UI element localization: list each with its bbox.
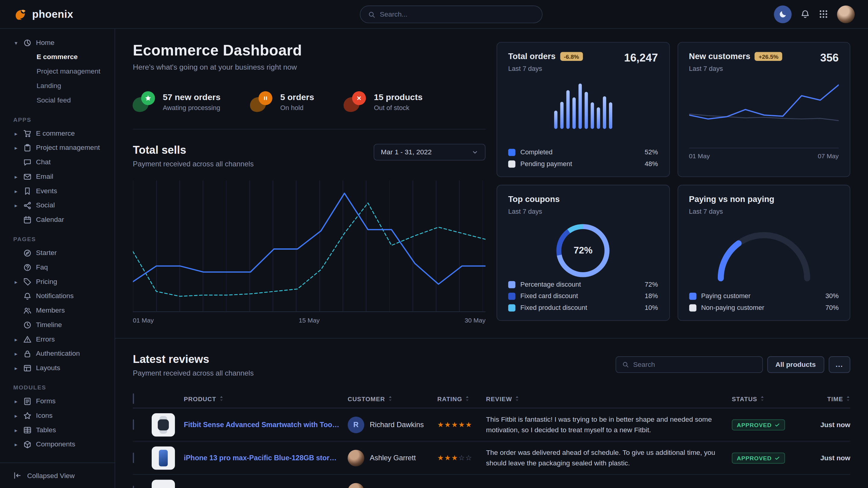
legend-marker	[508, 281, 516, 288]
column-header-time[interactable]: TIME	[805, 395, 850, 402]
sidebar-item-email[interactable]: ▸ Email	[13, 169, 115, 184]
collapsed-view-toggle[interactable]: Collapsed View	[0, 462, 115, 488]
stat-out-of-stock: 15 products Out of stock	[344, 91, 423, 112]
sidebar-item-forms[interactable]: ▸ Forms	[13, 394, 115, 409]
sidebar-item-notifications[interactable]: ▸ Notifications	[13, 289, 115, 303]
sidebar-item-tables[interactable]: ▸ Tables	[13, 423, 115, 437]
sidebar-item-calendar[interactable]: ▸ Calendar	[13, 213, 115, 227]
row-checkbox[interactable]	[133, 452, 134, 463]
legend-row: Percentage discount 72%	[508, 281, 658, 289]
customer-avatar[interactable]	[348, 483, 364, 488]
global-search[interactable]	[360, 5, 542, 23]
column-header-customer[interactable]: CUSTOMER	[348, 395, 437, 402]
x-tick: 15 May	[299, 317, 320, 324]
x-icon	[352, 91, 366, 105]
share-icon	[23, 201, 32, 209]
stat-new-orders: 57 new orders Awating processing	[133, 91, 220, 112]
sidebar-item-chat[interactable]: ▸ Chat	[13, 155, 115, 169]
reviews-search-input[interactable]	[633, 361, 756, 369]
search-icon	[622, 361, 628, 368]
more-options-button[interactable]: ...	[829, 356, 850, 373]
legend-value: 70%	[826, 304, 839, 312]
product-thumbnail[interactable]	[152, 479, 175, 488]
date-range-select[interactable]: Mar 1 - 31, 2022	[374, 144, 486, 160]
top-coupons-donut-chart: 72%	[556, 224, 610, 277]
apps-menu-button[interactable]	[819, 9, 828, 19]
table-header-row: PRODUCT CUSTOMER RATING REVIEW STATUS	[133, 389, 850, 408]
sidebar-item-label: Pricing	[36, 278, 57, 286]
box-icon	[23, 440, 32, 449]
sidebar-item-social-feed[interactable]: Social feed	[36, 93, 115, 107]
sidebar-item-layouts[interactable]: ▸ Layouts	[13, 361, 115, 375]
sidebar-item-faq[interactable]: ▸ Faq	[13, 260, 115, 274]
pie-chart-icon	[23, 39, 32, 47]
sidebar-item-authentication[interactable]: ▸ Authentication	[13, 346, 115, 361]
row-checkbox[interactable]	[133, 486, 134, 488]
sidebar-item-components[interactable]: ▸ Components	[13, 437, 115, 452]
x-tick: 01 May	[689, 153, 710, 159]
customer-avatar[interactable]: R	[348, 416, 364, 433]
sidebar-item-social[interactable]: ▸ Social	[13, 198, 115, 213]
product-link[interactable]: iPhone 13 pro max-Pacific Blue-128GB sto…	[184, 454, 347, 462]
caret-right-icon: ▸	[13, 279, 19, 285]
sidebar-item-apps-project-management[interactable]: ▸ Project management	[13, 140, 115, 155]
column-header-status[interactable]: STATUS	[732, 395, 805, 402]
product-link[interactable]: Fitbit Sense Advanced Smartwatch with To…	[184, 421, 347, 429]
product-thumbnail[interactable]	[152, 413, 175, 436]
customer-avatar[interactable]	[348, 449, 364, 466]
legend-label: Fixed card discount	[520, 292, 578, 300]
caret-right-icon: ▸	[13, 351, 19, 357]
sidebar-item-starter[interactable]: ▸ Starter	[13, 246, 115, 260]
stat-value: 57 new orders	[163, 92, 220, 102]
review-text: This Fitbit is fantastic! I was trying t…	[486, 415, 732, 435]
total-orders-card: Total orders -6.8% Last 7 days 16,247 Co…	[496, 42, 670, 177]
sidebar-item-errors[interactable]: ▸ Errors	[13, 332, 115, 346]
paying-gauge-chart	[711, 226, 816, 283]
sidebar-item-home[interactable]: ▾ Home	[13, 35, 115, 50]
card-title: New customers	[689, 52, 750, 61]
customer-cell: Ashley Garrett	[348, 449, 437, 466]
product-thumbnail[interactable]	[152, 446, 175, 469]
legend-row: Fixed product discount 10%	[508, 304, 658, 312]
legend-row: Non-paying customer 70%	[689, 304, 839, 312]
select-all-checkbox[interactable]	[133, 393, 134, 403]
new-customers-line-chart	[689, 82, 839, 143]
sort-icon	[515, 395, 519, 402]
total-sells-title: Total sells	[133, 144, 254, 157]
sidebar-item-apps-ecommerce[interactable]: ▸ E commerce	[13, 126, 115, 140]
sidebar-item-ecommerce-dashboard[interactable]: E commerce	[36, 50, 115, 64]
stat-value: 5 orders	[280, 92, 314, 102]
chat-icon	[23, 158, 32, 166]
sidebar-item-pricing[interactable]: ▸ Pricing	[13, 274, 115, 289]
legend-marker	[508, 304, 516, 312]
all-products-button[interactable]: All products	[767, 356, 824, 373]
sidebar-item-label: Forms	[36, 397, 56, 405]
brand[interactable]: phoenix	[13, 7, 73, 22]
card-title: Total orders	[508, 52, 556, 61]
caret-right-icon: ▸	[13, 202, 19, 208]
global-search-input[interactable]	[380, 10, 534, 19]
sidebar-item-members[interactable]: ▸ Members	[13, 303, 115, 318]
card-period: Last 7 days	[689, 207, 774, 215]
sidebar-item-events[interactable]: ▸ Events	[13, 184, 115, 198]
legend-label: Percentage discount	[520, 281, 581, 289]
total-sells-subtitle: Payment received across all channels	[133, 160, 254, 168]
sidebar-item-timeline[interactable]: ▸ Timeline	[13, 318, 115, 332]
notifications-button[interactable]	[801, 9, 810, 19]
customer-name: Ashley Garrett	[370, 454, 416, 462]
quick-stats: 57 new orders Awating processing 5 order…	[133, 91, 486, 112]
column-header-product[interactable]: PRODUCT	[184, 395, 347, 402]
tag-icon	[23, 278, 32, 286]
chevron-down-icon	[472, 149, 478, 156]
column-header-rating[interactable]: RATING	[437, 395, 486, 402]
theme-toggle-button[interactable]	[774, 5, 792, 23]
reviews-search[interactable]	[615, 356, 763, 373]
navbar-actions	[774, 5, 855, 23]
row-checkbox[interactable]	[133, 419, 134, 429]
sidebar-item-icons[interactable]: ▸ Icons	[13, 409, 115, 423]
phoenix-logo-icon	[13, 7, 28, 22]
column-header-review[interactable]: REVIEW	[486, 395, 732, 402]
sidebar-item-landing[interactable]: Landing	[36, 79, 115, 93]
user-avatar[interactable]	[837, 5, 855, 23]
sidebar-item-project-management-dashboard[interactable]: Project management	[36, 64, 115, 79]
